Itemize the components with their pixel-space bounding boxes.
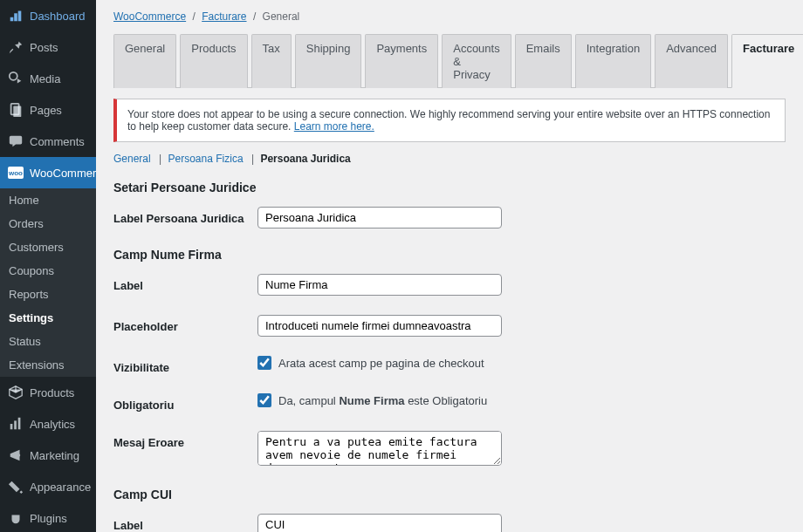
checkbox-obligatoriu[interactable]: [257, 393, 271, 407]
plugins-icon: [7, 509, 24, 527]
svg-rect-2: [13, 106, 21, 118]
settings-tabs: General Products Tax Shipping Payments A…: [113, 33, 786, 88]
notice-link[interactable]: Learn more here.: [294, 120, 374, 133]
breadcrumb-current: General: [263, 10, 300, 23]
label-obligatoriu: Obligatoriu: [113, 393, 257, 412]
sidebar-sub-home[interactable]: Home: [0, 188, 96, 212]
sidebar-label: Marketing: [30, 449, 79, 462]
input-label-cui[interactable]: [257, 514, 502, 532]
analytics-icon: [7, 415, 24, 433]
dashboard-icon: [7, 7, 24, 24]
label-vizibilitate: Vizibilitate: [113, 356, 257, 374]
media-icon: [7, 70, 24, 87]
sidebar-label: WooCommerce: [30, 167, 96, 180]
sidebar-item-plugins[interactable]: Plugins: [0, 502, 96, 532]
label-mesaj-eroare: Mesaj Eroare: [113, 431, 257, 449]
breadcrumb-sep: /: [192, 10, 195, 23]
sidebar-label: Analytics: [30, 418, 75, 431]
sidebar-item-marketing[interactable]: Marketing: [0, 440, 96, 471]
sidebar-label: Appearance: [30, 481, 91, 494]
marketing-icon: [7, 447, 24, 464]
sidebar-sub-orders[interactable]: Orders: [0, 212, 96, 235]
pin-icon: [7, 38, 24, 56]
row-label-nume: Label: [113, 274, 786, 296]
sidebar-item-pages[interactable]: Pages: [0, 94, 96, 126]
tab-shipping[interactable]: Shipping: [295, 34, 362, 88]
sidebar-label: Comments: [30, 135, 85, 148]
row-obligatoriu: Obligatoriu Da, campul Nume Firma este O…: [113, 393, 786, 412]
tab-tax[interactable]: Tax: [251, 34, 292, 88]
sidebar-item-analytics[interactable]: Analytics: [0, 408, 96, 440]
sidebar-label: Dashboard: [30, 10, 86, 23]
woocommerce-icon: woo: [7, 164, 24, 181]
row-mesaj-eroare: Mesaj Eroare Pentru a va putea emite fac…: [113, 431, 786, 468]
tab-general[interactable]: General: [113, 34, 176, 88]
label-label: Label: [113, 274, 257, 292]
svg-rect-6: [14, 420, 17, 429]
pages-icon: [7, 101, 24, 119]
sidebar-sub-extensions[interactable]: Extensions: [0, 353, 96, 377]
sidebar-item-media[interactable]: Media: [0, 63, 96, 94]
svg-text:woo: woo: [8, 169, 23, 177]
input-label-nume[interactable]: [257, 274, 502, 296]
heading-camp-nume-firma: Camp Nume Firma: [113, 248, 786, 262]
tab-advanced[interactable]: Advanced: [655, 34, 728, 88]
https-notice: Your store does not appear to be using a…: [113, 99, 786, 142]
tab-products[interactable]: Products: [180, 34, 247, 88]
breadcrumb-sep: /: [253, 10, 256, 23]
breadcrumb-link-woocommerce[interactable]: WooCommerce: [113, 10, 186, 23]
row-placeholder: Placeholder: [113, 315, 786, 337]
textarea-mesaj-eroare[interactable]: Pentru a va putea emite factura avem nev…: [257, 431, 502, 466]
notice-text: Your store does not appear to be using a…: [127, 108, 770, 133]
subsub-persoana-juridica: Persoana Juridica: [260, 153, 350, 165]
checkbox-obligatoriu-label[interactable]: Da, campul Nume Firma este Obligatoriu: [257, 393, 502, 407]
tab-integration[interactable]: Integration: [575, 34, 651, 88]
sidebar-item-dashboard[interactable]: Dashboard: [0, 0, 96, 31]
sidebar-sub-reports[interactable]: Reports: [0, 283, 96, 306]
svg-point-0: [10, 72, 17, 80]
sidebar-sub-customers[interactable]: Customers: [0, 235, 96, 259]
row-vizibilitate: Vizibilitate Arata acest camp pe pagina …: [113, 356, 786, 374]
sidebar-item-comments[interactable]: Comments: [0, 126, 96, 157]
label-placeholder: Placeholder: [113, 315, 257, 333]
tab-facturare[interactable]: Facturare: [731, 34, 803, 88]
products-icon: [7, 384, 24, 401]
breadcrumb: WooCommerce / Facturare / General: [113, 0, 786, 33]
sidebar-label: Pages: [30, 104, 62, 117]
main-content: WooCommerce / Facturare / General Genera…: [96, 0, 803, 532]
sub-navigation: General | Persoana Fizica | Persoana Jur…: [113, 153, 786, 165]
input-placeholder-nume[interactable]: [257, 315, 502, 337]
label-pj: Label Persoana Juridica: [113, 207, 257, 225]
heading-camp-cui: Camp CUI: [113, 488, 786, 501]
checkbox-vizibilitate-text: Arata acest camp pe pagina de checkout: [278, 357, 484, 370]
checkbox-vizibilitate-label[interactable]: Arata acest camp pe pagina de checkout: [257, 356, 502, 370]
input-label-pj[interactable]: [257, 207, 502, 228]
sidebar-label: Posts: [30, 41, 58, 54]
sidebar-item-products[interactable]: Products: [0, 377, 96, 408]
row-label-pj: Label Persoana Juridica: [113, 207, 786, 228]
checkbox-vizibilitate[interactable]: [257, 356, 271, 370]
sidebar-item-woocommerce[interactable]: woo WooCommerce: [0, 157, 96, 188]
tab-emails[interactable]: Emails: [515, 34, 572, 88]
svg-rect-7: [18, 418, 21, 430]
sidebar-sub-status[interactable]: Status: [0, 330, 96, 353]
label-label-cui: Label: [113, 514, 257, 532]
sidebar-label: Plugins: [30, 512, 67, 525]
breadcrumb-link-facturare[interactable]: Facturare: [202, 10, 246, 23]
sidebar-label: Products: [30, 386, 74, 399]
subsub-persoana-fizica[interactable]: Persoana Fizica: [168, 153, 244, 165]
sidebar-sub-coupons[interactable]: Coupons: [0, 259, 96, 283]
tab-accounts[interactable]: Accounts & Privacy: [442, 34, 511, 88]
row-label-cui: Label: [113, 514, 786, 532]
admin-sidebar: Dashboard Posts Media Pages Comments woo…: [0, 0, 96, 532]
sidebar-label: Media: [30, 72, 60, 85]
comments-icon: [7, 133, 24, 150]
sidebar-item-appearance[interactable]: Appearance: [0, 471, 96, 502]
subsub-general[interactable]: General: [113, 153, 151, 165]
sidebar-sub-settings[interactable]: Settings: [0, 306, 96, 330]
svg-rect-5: [10, 424, 13, 429]
heading-setari-pj: Setari Persoane Juridice: [113, 181, 786, 194]
tab-payments[interactable]: Payments: [365, 34, 438, 88]
appearance-icon: [7, 478, 24, 495]
sidebar-item-posts[interactable]: Posts: [0, 31, 96, 63]
